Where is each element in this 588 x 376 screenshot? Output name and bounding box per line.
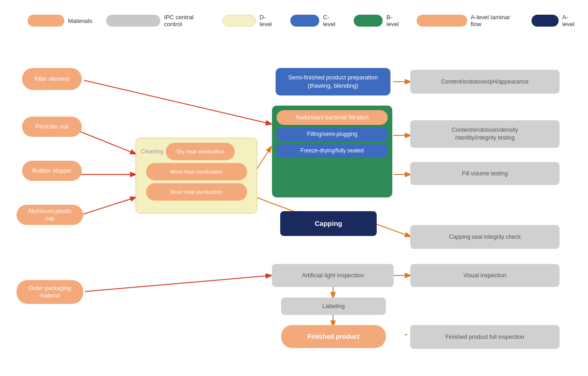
artificial-light-node: Artificial light inspection: [272, 264, 394, 287]
legend-d-pill: [222, 15, 256, 27]
legend-a-pill: [531, 15, 559, 27]
diagram: Materials IPC central control D-level C-…: [0, 0, 588, 376]
svg-line-9: [375, 224, 410, 236]
ipc-capping-node: Capping seal integrity check: [410, 225, 560, 249]
legend-ipc-pill: [106, 15, 160, 27]
legend-c-label: C-level: [323, 14, 340, 28]
legend-b-label: B-level: [386, 14, 403, 28]
semi-finished-node: Semi-finished product preparation (thawi…: [276, 68, 390, 95]
svg-line-1: [73, 129, 136, 154]
legend-materials-label: Materials: [68, 17, 92, 24]
legend-c-pill: [290, 15, 319, 27]
legend-materials-pill: [28, 15, 64, 27]
legend-a-laminar-pill: [417, 15, 467, 27]
freeze-drying-node: Freeze-drying/fully sealed: [277, 144, 388, 158]
legend-b: B-level: [354, 14, 403, 28]
legend-d-label: D-level: [260, 14, 277, 28]
legend-materials: Materials: [28, 15, 92, 27]
legend-ipc: IPC central control: [106, 14, 209, 28]
legend-ipc-label: IPC central control: [164, 14, 209, 28]
cleaning-label: Cleaning: [141, 148, 163, 155]
legend-d: D-level: [222, 14, 276, 28]
legend-a-laminar-label: A-level laminar flow: [471, 14, 518, 28]
aluminum-plastic-cap-node: Aluminum-plastic cap: [17, 205, 83, 225]
legend-a: A-level: [531, 14, 579, 28]
legend-b-pill: [354, 15, 383, 27]
penicillin-vial-node: Penicillin vial: [22, 117, 82, 137]
dry-heat-node: Dry heat sterilization: [166, 143, 235, 160]
legend-a-label: A-level: [562, 14, 579, 28]
legend: Materials IPC central control D-level C-…: [9, 9, 579, 28]
legend-a-laminar: A-level laminar flow: [417, 14, 518, 28]
d-level-box: Cleaning Dry heat sterilization Moist he…: [136, 138, 257, 213]
svg-line-3: [78, 197, 136, 216]
legend-c: C-level: [290, 14, 340, 28]
redundant-bacterial-node: Redundant bacterial filtration: [277, 110, 388, 125]
moist-heat-1-node: Moist heat sterilization: [146, 163, 247, 180]
ipc-visual-node: Visual inspection: [410, 264, 560, 287]
ipc-filtration-node: Content/endotoxin/density /sterility/int…: [410, 120, 560, 148]
ipc-fill-node: Fill volume testing: [410, 162, 560, 185]
ipc-semi-node: Content/endotoxin/pH/appearance: [410, 70, 560, 94]
ipc-full-node: Finished product full inspection: [410, 325, 560, 349]
moist-heat-2-node: Moist heat sterilization: [146, 183, 247, 201]
b-level-container: Redundant bacterial filtration Filling/s…: [272, 106, 392, 197]
filter-element-node: Filter element: [22, 68, 82, 90]
capping-node: Capping: [280, 211, 377, 236]
finished-product-node: Finished product: [281, 325, 386, 348]
labeling-node: Labeling: [281, 297, 386, 315]
svg-line-10: [85, 275, 271, 292]
svg-line-4: [256, 147, 271, 170]
outer-packaging-node: Outer packaging material: [17, 280, 83, 304]
svg-line-0: [84, 80, 271, 124]
filling-node: Filling/semi-plugging: [277, 128, 388, 141]
rubber-stopper-node: Rubber stopper: [22, 161, 82, 181]
